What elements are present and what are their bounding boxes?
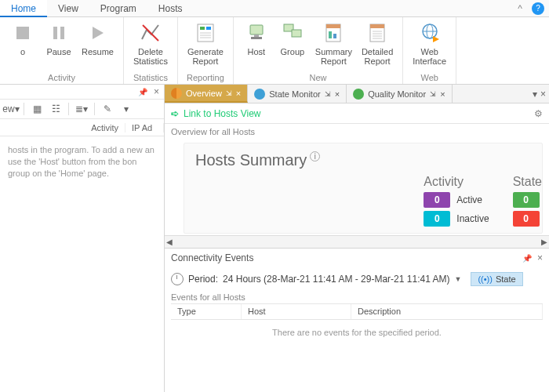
ribbon-group-statistics: Statistics <box>129 73 173 84</box>
tab-overview[interactable]: Overview ⇲ × <box>165 85 248 103</box>
new-group-button[interactable]: Group <box>274 19 311 58</box>
overview-pane: ➪ Link to Hosts View ⚙ Overview for all … <box>165 103 549 392</box>
svg-rect-21 <box>370 24 384 28</box>
toolbar-grid-icon[interactable]: ▦ <box>29 101 45 117</box>
toolbar-new-dropdown[interactable]: ew▾ <box>3 101 19 117</box>
activity-heading: Activity <box>424 175 489 189</box>
col-activity[interactable]: Activity <box>78 123 125 132</box>
chevron-down-icon[interactable]: ▼ <box>455 275 462 283</box>
summary-report-icon <box>321 20 346 45</box>
connectivity-events-title: Connectivity Events <box>171 252 253 263</box>
resume-button[interactable]: Resume <box>77 19 118 58</box>
col-ip[interactable]: IP Ad <box>125 123 164 132</box>
new-host-button[interactable]: Host <box>238 19 274 58</box>
hosts-empty-text: hosts in the program. To add a new an us… <box>0 136 164 187</box>
link-to-hosts-view[interactable]: ➪ Link to Hosts View <box>171 108 261 119</box>
globe-icon <box>417 20 442 45</box>
ribbon-collapse-icon[interactable]: ^ <box>513 3 527 14</box>
quality-monitor-icon <box>353 89 364 100</box>
toolbar-more-icon[interactable]: ▾ <box>118 101 134 117</box>
detailed-report-button[interactable]: Detailed Report <box>357 19 398 67</box>
report-icon <box>193 20 218 45</box>
svg-rect-2 <box>60 27 64 39</box>
connectivity-events-pane: Connectivity Events × Period: 24 Hours (… <box>165 248 549 345</box>
stop-button[interactable]: o <box>5 19 41 58</box>
tab-hosts[interactable]: Hosts <box>147 0 194 17</box>
pin-icon[interactable] <box>138 88 147 96</box>
close-icon[interactable]: × <box>440 89 445 99</box>
link-arrow-icon: ➪ <box>171 108 179 119</box>
toolbar-list-icon[interactable]: ≣▾ <box>74 101 89 117</box>
web-interface-button[interactable]: Web Interface <box>408 19 451 67</box>
delete-statistics-button[interactable]: Delete Statistics <box>129 19 173 67</box>
period-label: Period: <box>188 274 218 285</box>
svg-marker-29 <box>433 36 439 42</box>
help-icon[interactable]: ? <box>532 2 544 15</box>
pin-icon[interactable]: ⇲ <box>226 89 232 97</box>
hosts-columns: Activity IP Ad <box>0 119 164 136</box>
pause-button[interactable]: Pause <box>41 19 77 58</box>
hosts-panel: × ew▾ ▦ ☷ ≣▾ ✎ ▾ Activity IP Ad hosts in… <box>0 85 165 392</box>
tab-program[interactable]: Program <box>89 0 147 17</box>
period-selector[interactable]: Period: 24 Hours (28-Mar-21 11:41 AM - 2… <box>171 272 543 286</box>
svg-rect-13 <box>251 37 262 39</box>
events-subtitle: Events for all Hosts <box>171 292 543 304</box>
tab-state-monitor[interactable]: State Monitor ⇲ × <box>248 85 347 103</box>
ribbon-group-reporting: Reporting <box>183 73 228 84</box>
gear-icon[interactable]: ⚙ <box>534 108 543 119</box>
tab-home[interactable]: Home <box>0 0 47 17</box>
close-icon[interactable]: × <box>154 86 159 97</box>
pin-icon[interactable]: ⇲ <box>325 90 331 98</box>
col-type[interactable]: Type <box>171 304 242 319</box>
svg-rect-17 <box>326 24 340 28</box>
svg-rect-12 <box>254 34 259 37</box>
ribbon: o Pause Resume Activity Delete Statistic… <box>0 17 549 85</box>
ribbon-group-new: New <box>238 73 398 84</box>
period-value: 24 Hours (28-Mar-21 11:41 AM - 29-Mar-21… <box>223 274 449 285</box>
close-icon[interactable]: × <box>537 252 543 263</box>
events-columns: Type Host Description <box>171 304 543 320</box>
svg-rect-6 <box>200 27 205 30</box>
ribbon-group-activity: Activity <box>5 73 118 84</box>
pause-icon <box>46 20 71 45</box>
close-icon[interactable]: × <box>236 89 241 98</box>
active-count: 0 <box>424 192 450 208</box>
tab-quality-monitor[interactable]: Quality Monitor ⇲ × <box>347 85 452 103</box>
tabs-close-icon[interactable]: × <box>540 89 546 100</box>
tab-view[interactable]: View <box>47 0 89 17</box>
close-icon[interactable]: × <box>335 89 340 99</box>
generate-report-button[interactable]: Generate Report <box>183 19 228 67</box>
ribbon-group-web: Web <box>408 73 451 84</box>
svg-marker-3 <box>93 27 104 39</box>
state-monitor-icon <box>254 89 265 100</box>
group-icon <box>280 20 305 45</box>
hosts-summary-card: Hosts Summaryi Activity 0Active 0Inactiv… <box>184 143 543 234</box>
svg-rect-15 <box>292 30 301 37</box>
svg-rect-7 <box>206 27 211 30</box>
col-description[interactable]: Description <box>351 304 543 319</box>
svg-rect-19 <box>333 34 336 38</box>
hosts-toolbar: ew▾ ▦ ☷ ≣▾ ✎ ▾ <box>0 99 164 119</box>
summary-report-button[interactable]: Summary Report <box>311 19 357 67</box>
svg-rect-11 <box>250 25 263 34</box>
pin-icon[interactable]: ⇲ <box>430 90 436 98</box>
col-host[interactable]: Host <box>242 304 351 319</box>
detailed-report-icon <box>365 20 390 45</box>
tabs-dropdown-icon[interactable]: ▾ <box>533 89 537 100</box>
svg-rect-0 <box>16 27 29 39</box>
events-empty-text: There are no events for the specified pe… <box>171 320 543 345</box>
svg-rect-18 <box>329 31 332 38</box>
info-icon[interactable]: i <box>310 151 320 162</box>
hosts-summary-title: Hosts Summaryi <box>195 151 531 169</box>
pin-icon[interactable] <box>522 252 532 263</box>
horizontal-scrollbar[interactable]: ◀▶ <box>165 235 549 248</box>
state-heading: State <box>513 175 543 189</box>
toolbar-edit-icon[interactable]: ✎ <box>100 101 115 117</box>
inactive-label: Inactive <box>456 213 489 224</box>
up-count: 0 <box>513 192 540 208</box>
state-filter-button[interactable]: ((•))State <box>471 272 522 286</box>
clock-icon <box>171 273 184 285</box>
down-count: 0 <box>513 211 540 227</box>
inactive-count: 0 <box>424 211 450 227</box>
toolbar-tree-icon[interactable]: ☷ <box>48 101 64 117</box>
